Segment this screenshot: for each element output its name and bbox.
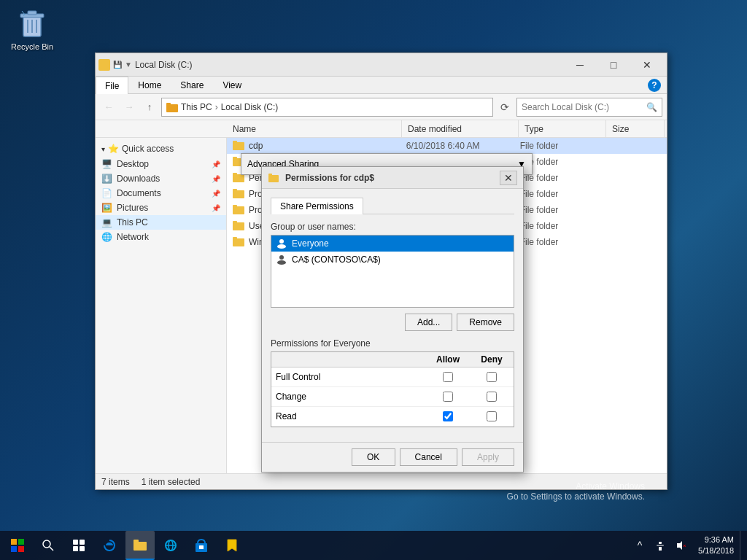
- add-button[interactable]: Add...: [405, 314, 452, 331]
- folder-icon: [233, 220, 244, 232]
- show-desktop-button[interactable]: [740, 531, 744, 560]
- up-button[interactable]: ↑: [141, 98, 158, 116]
- perm-label-read: Read: [271, 409, 426, 424]
- user-list: Everyone CA$ (CONTOSO\CA$): [271, 235, 514, 308]
- remove-button[interactable]: Remove: [457, 314, 514, 331]
- group-user-label: Group or user names:: [271, 222, 514, 232]
- tab-share[interactable]: Share: [171, 76, 213, 93]
- recycle-bin-icon[interactable]: Recycle Bin: [6, 6, 58, 51]
- cancel-button[interactable]: Cancel: [400, 448, 457, 466]
- file-date-cdp: 6/10/2018 6:40 AM: [406, 141, 516, 151]
- sidebar-item-downloads[interactable]: ⬇️ Downloads 📌: [96, 171, 226, 186]
- dialog-close-button[interactable]: ✕: [500, 171, 517, 185]
- tab-file[interactable]: File: [96, 77, 128, 94]
- tab-view[interactable]: View: [213, 76, 251, 93]
- system-tray: ^ ×: [628, 537, 692, 554]
- svg-point-29: [277, 260, 286, 265]
- col-header-type[interactable]: Type: [519, 120, 606, 137]
- apply-button[interactable]: Apply: [462, 448, 514, 466]
- col-header-size[interactable]: Size: [606, 120, 665, 137]
- dialog-folder-icon: [268, 172, 279, 184]
- system-clock[interactable]: 9:36 AM 5/18/2018: [694, 534, 738, 557]
- perm-allow-fullcontrol[interactable]: [426, 372, 470, 382]
- sidebar-item-this-pc[interactable]: 💻 This PC: [96, 215, 226, 230]
- close-button[interactable]: ✕: [630, 53, 664, 77]
- svg-rect-47: [659, 542, 662, 544]
- this-pc-label: This PC: [117, 217, 148, 228]
- search-taskbar-button[interactable]: [34, 531, 63, 560]
- user-icon-everyone: [276, 238, 287, 249]
- svg-point-26: [279, 239, 284, 244]
- col-header-name[interactable]: Name: [227, 120, 402, 137]
- activate-subtitle: Go to Settings to activate Windows.: [507, 491, 645, 502]
- forward-button[interactable]: →: [120, 98, 138, 116]
- checkbox-deny-read[interactable]: [487, 411, 497, 421]
- perm-deny-fullcontrol[interactable]: [470, 372, 514, 382]
- svg-rect-41: [133, 540, 139, 543]
- store-button[interactable]: [187, 531, 216, 560]
- start-button[interactable]: [3, 531, 32, 560]
- dialog-tabs: Share Permissions: [271, 198, 514, 214]
- svg-rect-7: [99, 61, 103, 63]
- sidebar-item-documents[interactable]: 📄 Documents 📌: [96, 186, 226, 201]
- ok-button[interactable]: OK: [352, 448, 395, 466]
- file-explorer-taskbar-button[interactable]: [125, 531, 155, 560]
- folder-icon: [233, 236, 244, 248]
- sidebar-item-network[interactable]: 🌐 Network: [96, 230, 226, 244]
- svg-rect-48: [657, 545, 664, 546]
- edge-button[interactable]: [95, 531, 124, 560]
- permissions-table-header: Allow Deny: [271, 352, 514, 368]
- checkbox-allow-fullcontrol[interactable]: [443, 372, 453, 382]
- svg-text:×: ×: [683, 542, 686, 549]
- path-local-disk[interactable]: Local Disk (C:): [221, 102, 279, 112]
- minimize-button[interactable]: ─: [563, 53, 597, 77]
- network-icon: 🌐: [101, 232, 112, 242]
- tab-home[interactable]: Home: [128, 76, 171, 93]
- tab-share-permissions[interactable]: Share Permissions: [271, 198, 363, 214]
- tray-network-icon[interactable]: [651, 537, 669, 554]
- checkbox-allow-read[interactable]: [443, 411, 453, 421]
- sidebar-item-desktop[interactable]: 🖥️ Desktop 📌: [96, 157, 226, 171]
- perm-allow-change[interactable]: [426, 392, 470, 402]
- col-header-date[interactable]: Date modified: [402, 120, 519, 137]
- title-folder-icon: [98, 59, 110, 71]
- back-button[interactable]: ←: [100, 98, 117, 116]
- svg-point-34: [43, 540, 50, 548]
- task-view-button[interactable]: [64, 531, 93, 560]
- svg-rect-37: [80, 540, 85, 545]
- help-button[interactable]: ?: [642, 77, 667, 93]
- svg-marker-50: [677, 541, 682, 550]
- user-item-everyone[interactable]: Everyone: [271, 236, 514, 252]
- sidebar-item-pictures[interactable]: 🖼️ Pictures 📌: [96, 201, 226, 215]
- column-headers: Name Date modified Type Size: [96, 120, 667, 138]
- checkbox-deny-change[interactable]: [487, 392, 497, 402]
- refresh-button[interactable]: ⟳: [496, 98, 514, 116]
- checkbox-deny-fullcontrol[interactable]: [487, 372, 497, 382]
- svg-rect-21: [233, 221, 237, 224]
- add-remove-buttons: Add... Remove: [271, 314, 514, 331]
- perm-deny-read[interactable]: [470, 411, 514, 421]
- svg-rect-15: [233, 173, 237, 176]
- checkbox-allow-change[interactable]: [443, 392, 453, 402]
- svg-rect-38: [73, 546, 78, 551]
- search-input[interactable]: [522, 102, 643, 112]
- sidebar-item-quick-access[interactable]: ▾ ⭐ Quick access: [96, 141, 226, 157]
- ie-button[interactable]: [156, 531, 185, 560]
- permissions-dialog: Permissions for cdp$ ✕ Share Permissions…: [261, 166, 524, 472]
- title-bar-left: 💾 ▼ Local Disk (C:): [98, 59, 563, 71]
- path-this-pc[interactable]: This PC: [181, 102, 212, 112]
- perm-deny-change[interactable]: [470, 392, 514, 402]
- svg-rect-39: [80, 546, 85, 551]
- file-type-programfiles: File folder: [520, 189, 602, 199]
- permissions-for-label: Permissions for Everyone: [271, 338, 514, 349]
- ribbon-tabs: File Home Share View ?: [96, 77, 667, 94]
- user-item-cas[interactable]: CA$ (CONTOSO\CA$): [271, 252, 514, 268]
- maximize-button[interactable]: □: [597, 53, 630, 77]
- bookmark-button[interactable]: [217, 531, 247, 560]
- tray-volume-icon[interactable]: ×: [672, 537, 689, 554]
- perm-allow-read[interactable]: [426, 411, 470, 421]
- tray-show-hidden[interactable]: ^: [631, 537, 649, 554]
- table-row[interactable]: cdp 6/10/2018 6:40 AM File folder: [227, 138, 667, 154]
- explorer-title: Local Disk (C:): [135, 60, 193, 70]
- address-path[interactable]: This PC › Local Disk (C:): [161, 98, 493, 117]
